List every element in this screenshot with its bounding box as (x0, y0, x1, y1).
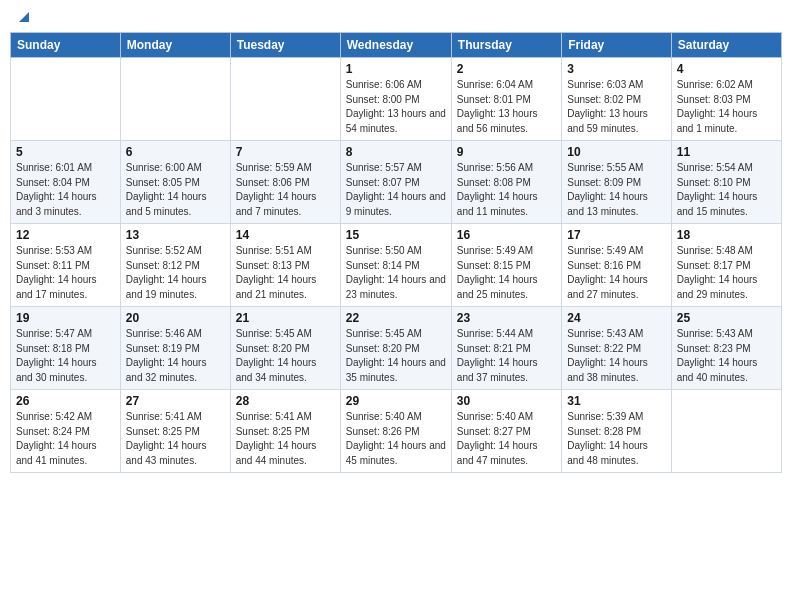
day-info: Sunrise: 6:00 AM Sunset: 8:05 PM Dayligh… (126, 161, 225, 219)
day-number: 25 (677, 311, 776, 325)
day-number: 5 (16, 145, 115, 159)
day-number: 27 (126, 394, 225, 408)
calendar-cell: 3Sunrise: 6:03 AM Sunset: 8:02 PM Daylig… (562, 58, 671, 141)
calendar-cell (671, 390, 781, 473)
day-number: 15 (346, 228, 446, 242)
page-header (10, 10, 782, 24)
day-info: Sunrise: 6:01 AM Sunset: 8:04 PM Dayligh… (16, 161, 115, 219)
day-info: Sunrise: 5:51 AM Sunset: 8:13 PM Dayligh… (236, 244, 335, 302)
calendar-cell: 27Sunrise: 5:41 AM Sunset: 8:25 PM Dayli… (120, 390, 230, 473)
calendar-cell: 23Sunrise: 5:44 AM Sunset: 8:21 PM Dayli… (451, 307, 561, 390)
day-number: 13 (126, 228, 225, 242)
day-number: 21 (236, 311, 335, 325)
calendar-week-5: 26Sunrise: 5:42 AM Sunset: 8:24 PM Dayli… (11, 390, 782, 473)
day-info: Sunrise: 5:41 AM Sunset: 8:25 PM Dayligh… (126, 410, 225, 468)
day-info: Sunrise: 5:47 AM Sunset: 8:18 PM Dayligh… (16, 327, 115, 385)
day-number: 30 (457, 394, 556, 408)
day-info: Sunrise: 5:40 AM Sunset: 8:27 PM Dayligh… (457, 410, 556, 468)
calendar-week-3: 12Sunrise: 5:53 AM Sunset: 8:11 PM Dayli… (11, 224, 782, 307)
calendar-cell: 25Sunrise: 5:43 AM Sunset: 8:23 PM Dayli… (671, 307, 781, 390)
day-info: Sunrise: 5:44 AM Sunset: 8:21 PM Dayligh… (457, 327, 556, 385)
calendar-cell: 28Sunrise: 5:41 AM Sunset: 8:25 PM Dayli… (230, 390, 340, 473)
day-info: Sunrise: 5:43 AM Sunset: 8:23 PM Dayligh… (677, 327, 776, 385)
calendar-cell: 17Sunrise: 5:49 AM Sunset: 8:16 PM Dayli… (562, 224, 671, 307)
calendar-week-1: 1Sunrise: 6:06 AM Sunset: 8:00 PM Daylig… (11, 58, 782, 141)
logo (14, 10, 33, 24)
day-info: Sunrise: 5:50 AM Sunset: 8:14 PM Dayligh… (346, 244, 446, 302)
day-info: Sunrise: 6:06 AM Sunset: 8:00 PM Dayligh… (346, 78, 446, 136)
calendar-cell: 18Sunrise: 5:48 AM Sunset: 8:17 PM Dayli… (671, 224, 781, 307)
calendar-cell: 24Sunrise: 5:43 AM Sunset: 8:22 PM Dayli… (562, 307, 671, 390)
calendar-cell: 11Sunrise: 5:54 AM Sunset: 8:10 PM Dayli… (671, 141, 781, 224)
day-info: Sunrise: 5:57 AM Sunset: 8:07 PM Dayligh… (346, 161, 446, 219)
weekday-header-monday: Monday (120, 33, 230, 58)
calendar-cell: 5Sunrise: 6:01 AM Sunset: 8:04 PM Daylig… (11, 141, 121, 224)
day-number: 1 (346, 62, 446, 76)
day-info: Sunrise: 5:39 AM Sunset: 8:28 PM Dayligh… (567, 410, 665, 468)
calendar-cell: 21Sunrise: 5:45 AM Sunset: 8:20 PM Dayli… (230, 307, 340, 390)
day-info: Sunrise: 6:04 AM Sunset: 8:01 PM Dayligh… (457, 78, 556, 136)
day-number: 28 (236, 394, 335, 408)
day-number: 16 (457, 228, 556, 242)
weekday-header-wednesday: Wednesday (340, 33, 451, 58)
calendar-table: SundayMondayTuesdayWednesdayThursdayFrid… (10, 32, 782, 473)
weekday-header-thursday: Thursday (451, 33, 561, 58)
day-info: Sunrise: 5:55 AM Sunset: 8:09 PM Dayligh… (567, 161, 665, 219)
calendar-cell: 4Sunrise: 6:02 AM Sunset: 8:03 PM Daylig… (671, 58, 781, 141)
day-info: Sunrise: 6:03 AM Sunset: 8:02 PM Dayligh… (567, 78, 665, 136)
weekday-header-saturday: Saturday (671, 33, 781, 58)
day-info: Sunrise: 5:49 AM Sunset: 8:16 PM Dayligh… (567, 244, 665, 302)
day-info: Sunrise: 5:53 AM Sunset: 8:11 PM Dayligh… (16, 244, 115, 302)
calendar-cell (120, 58, 230, 141)
day-number: 7 (236, 145, 335, 159)
calendar-cell: 31Sunrise: 5:39 AM Sunset: 8:28 PM Dayli… (562, 390, 671, 473)
day-number: 23 (457, 311, 556, 325)
calendar-cell: 6Sunrise: 6:00 AM Sunset: 8:05 PM Daylig… (120, 141, 230, 224)
day-info: Sunrise: 5:45 AM Sunset: 8:20 PM Dayligh… (236, 327, 335, 385)
day-info: Sunrise: 5:52 AM Sunset: 8:12 PM Dayligh… (126, 244, 225, 302)
day-number: 20 (126, 311, 225, 325)
calendar-cell: 20Sunrise: 5:46 AM Sunset: 8:19 PM Dayli… (120, 307, 230, 390)
day-info: Sunrise: 6:02 AM Sunset: 8:03 PM Dayligh… (677, 78, 776, 136)
day-number: 14 (236, 228, 335, 242)
calendar-cell: 15Sunrise: 5:50 AM Sunset: 8:14 PM Dayli… (340, 224, 451, 307)
calendar-cell: 1Sunrise: 6:06 AM Sunset: 8:00 PM Daylig… (340, 58, 451, 141)
day-info: Sunrise: 5:56 AM Sunset: 8:08 PM Dayligh… (457, 161, 556, 219)
day-number: 29 (346, 394, 446, 408)
day-number: 8 (346, 145, 446, 159)
day-number: 4 (677, 62, 776, 76)
calendar-cell (230, 58, 340, 141)
day-info: Sunrise: 5:49 AM Sunset: 8:15 PM Dayligh… (457, 244, 556, 302)
calendar-header-row: SundayMondayTuesdayWednesdayThursdayFrid… (11, 33, 782, 58)
weekday-header-sunday: Sunday (11, 33, 121, 58)
weekday-header-tuesday: Tuesday (230, 33, 340, 58)
day-number: 18 (677, 228, 776, 242)
weekday-header-friday: Friday (562, 33, 671, 58)
calendar-cell: 12Sunrise: 5:53 AM Sunset: 8:11 PM Dayli… (11, 224, 121, 307)
day-number: 26 (16, 394, 115, 408)
calendar-cell (11, 58, 121, 141)
calendar-cell: 7Sunrise: 5:59 AM Sunset: 8:06 PM Daylig… (230, 141, 340, 224)
day-number: 10 (567, 145, 665, 159)
day-info: Sunrise: 5:48 AM Sunset: 8:17 PM Dayligh… (677, 244, 776, 302)
calendar-cell: 19Sunrise: 5:47 AM Sunset: 8:18 PM Dayli… (11, 307, 121, 390)
calendar-cell: 9Sunrise: 5:56 AM Sunset: 8:08 PM Daylig… (451, 141, 561, 224)
day-number: 24 (567, 311, 665, 325)
day-info: Sunrise: 5:42 AM Sunset: 8:24 PM Dayligh… (16, 410, 115, 468)
calendar-cell: 26Sunrise: 5:42 AM Sunset: 8:24 PM Dayli… (11, 390, 121, 473)
day-number: 12 (16, 228, 115, 242)
calendar-week-4: 19Sunrise: 5:47 AM Sunset: 8:18 PM Dayli… (11, 307, 782, 390)
day-number: 3 (567, 62, 665, 76)
calendar-cell: 16Sunrise: 5:49 AM Sunset: 8:15 PM Dayli… (451, 224, 561, 307)
logo-icon (15, 8, 33, 26)
day-number: 31 (567, 394, 665, 408)
day-number: 22 (346, 311, 446, 325)
calendar-cell: 8Sunrise: 5:57 AM Sunset: 8:07 PM Daylig… (340, 141, 451, 224)
calendar-cell: 14Sunrise: 5:51 AM Sunset: 8:13 PM Dayli… (230, 224, 340, 307)
day-info: Sunrise: 5:59 AM Sunset: 8:06 PM Dayligh… (236, 161, 335, 219)
calendar-cell: 13Sunrise: 5:52 AM Sunset: 8:12 PM Dayli… (120, 224, 230, 307)
calendar-cell: 29Sunrise: 5:40 AM Sunset: 8:26 PM Dayli… (340, 390, 451, 473)
day-info: Sunrise: 5:41 AM Sunset: 8:25 PM Dayligh… (236, 410, 335, 468)
day-number: 9 (457, 145, 556, 159)
calendar-week-2: 5Sunrise: 6:01 AM Sunset: 8:04 PM Daylig… (11, 141, 782, 224)
